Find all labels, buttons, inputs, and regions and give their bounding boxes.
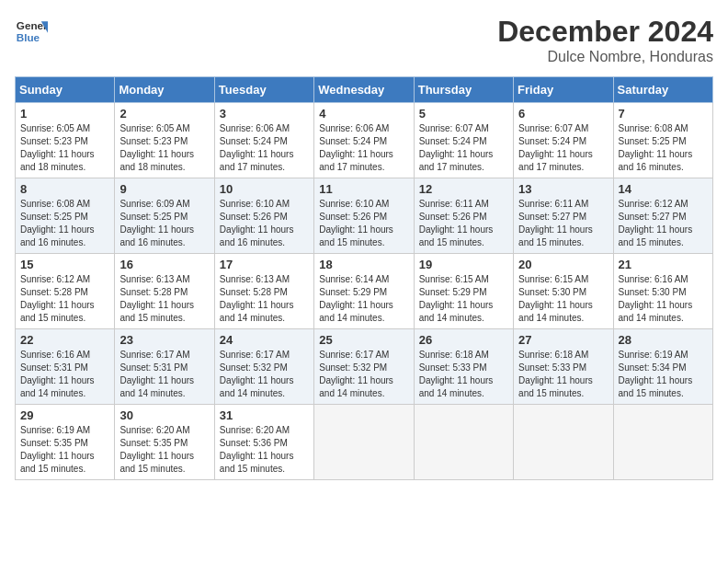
calendar-week-row: 1Sunrise: 6:05 AM Sunset: 5:23 PM Daylig… <box>16 103 713 178</box>
calendar-day-cell: 28Sunrise: 6:19 AM Sunset: 5:34 PM Dayli… <box>613 329 712 405</box>
svg-text:Blue: Blue <box>17 31 40 43</box>
day-number: 25 <box>319 333 408 347</box>
weekday-header-friday: Friday <box>514 77 613 103</box>
day-info: Sunrise: 6:13 AM Sunset: 5:28 PM Dayligh… <box>119 273 209 325</box>
calendar-day-cell: 5Sunrise: 6:07 AM Sunset: 5:24 PM Daylig… <box>414 103 513 178</box>
weekday-header-wednesday: Wednesday <box>314 77 414 103</box>
day-info: Sunrise: 6:12 AM Sunset: 5:27 PM Dayligh… <box>619 198 708 249</box>
weekday-header-sunday: Sunday <box>16 77 115 103</box>
calendar-day-cell: 29Sunrise: 6:19 AM Sunset: 5:35 PM Dayli… <box>16 405 115 480</box>
calendar-week-row: 29Sunrise: 6:19 AM Sunset: 5:35 PM Dayli… <box>16 405 713 480</box>
calendar-day-cell: 26Sunrise: 6:18 AM Sunset: 5:33 PM Dayli… <box>414 329 513 405</box>
calendar-day-cell <box>314 405 414 480</box>
calendar-day-cell: 22Sunrise: 6:16 AM Sunset: 5:31 PM Dayli… <box>16 329 115 405</box>
day-number: 15 <box>20 258 109 271</box>
day-number: 16 <box>119 258 209 271</box>
day-number: 11 <box>319 182 408 196</box>
weekday-header-thursday: Thursday <box>414 77 513 103</box>
day-number: 27 <box>518 333 608 347</box>
weekday-header-saturday: Saturday <box>613 77 712 103</box>
day-number: 29 <box>20 408 109 422</box>
calendar-day-cell: 18Sunrise: 6:14 AM Sunset: 5:29 PM Dayli… <box>314 254 414 329</box>
day-number: 13 <box>518 182 608 196</box>
day-info: Sunrise: 6:15 AM Sunset: 5:30 PM Dayligh… <box>518 273 608 325</box>
calendar-day-cell: 2Sunrise: 6:05 AM Sunset: 5:23 PM Daylig… <box>115 103 214 178</box>
location: Dulce Nombre, Honduras <box>497 49 713 65</box>
day-number: 22 <box>20 333 109 347</box>
calendar-day-cell: 10Sunrise: 6:10 AM Sunset: 5:26 PM Dayli… <box>214 178 313 254</box>
calendar-week-row: 22Sunrise: 6:16 AM Sunset: 5:31 PM Dayli… <box>16 329 713 405</box>
calendar-day-cell: 7Sunrise: 6:08 AM Sunset: 5:25 PM Daylig… <box>613 103 712 178</box>
calendar-day-cell: 21Sunrise: 6:16 AM Sunset: 5:30 PM Dayli… <box>613 254 712 329</box>
day-info: Sunrise: 6:18 AM Sunset: 5:33 PM Dayligh… <box>419 349 508 400</box>
page-header: General Blue December 2024 Dulce Nombre,… <box>15 15 713 65</box>
weekday-header-row: SundayMondayTuesdayWednesdayThursdayFrid… <box>16 77 713 103</box>
day-number: 17 <box>220 258 309 271</box>
calendar-day-cell: 12Sunrise: 6:11 AM Sunset: 5:26 PM Dayli… <box>414 178 513 254</box>
day-number: 8 <box>20 182 109 196</box>
weekday-header-monday: Monday <box>115 77 214 103</box>
day-number: 31 <box>220 408 309 422</box>
calendar-day-cell: 23Sunrise: 6:17 AM Sunset: 5:31 PM Dayli… <box>115 329 214 405</box>
calendar-day-cell: 6Sunrise: 6:07 AM Sunset: 5:24 PM Daylig… <box>514 103 613 178</box>
day-number: 18 <box>319 258 408 271</box>
calendar-day-cell: 11Sunrise: 6:10 AM Sunset: 5:26 PM Dayli… <box>314 178 414 254</box>
day-number: 21 <box>619 258 708 271</box>
day-number: 14 <box>619 182 708 196</box>
calendar-day-cell: 14Sunrise: 6:12 AM Sunset: 5:27 PM Dayli… <box>613 178 712 254</box>
calendar-day-cell: 27Sunrise: 6:18 AM Sunset: 5:33 PM Dayli… <box>514 329 613 405</box>
day-number: 23 <box>119 333 209 347</box>
day-info: Sunrise: 6:19 AM Sunset: 5:34 PM Dayligh… <box>619 349 708 400</box>
day-info: Sunrise: 6:11 AM Sunset: 5:26 PM Dayligh… <box>419 198 508 249</box>
day-info: Sunrise: 6:08 AM Sunset: 5:25 PM Dayligh… <box>619 122 708 174</box>
calendar-day-cell: 9Sunrise: 6:09 AM Sunset: 5:25 PM Daylig… <box>115 178 214 254</box>
day-info: Sunrise: 6:10 AM Sunset: 5:26 PM Dayligh… <box>319 198 408 249</box>
weekday-header-tuesday: Tuesday <box>214 77 313 103</box>
calendar-day-cell: 25Sunrise: 6:17 AM Sunset: 5:32 PM Dayli… <box>314 329 414 405</box>
calendar-day-cell: 15Sunrise: 6:12 AM Sunset: 5:28 PM Dayli… <box>16 254 115 329</box>
calendar-week-row: 8Sunrise: 6:08 AM Sunset: 5:25 PM Daylig… <box>16 178 713 254</box>
calendar-day-cell <box>414 405 513 480</box>
calendar-table: SundayMondayTuesdayWednesdayThursdayFrid… <box>15 76 713 480</box>
day-number: 28 <box>619 333 708 347</box>
day-info: Sunrise: 6:06 AM Sunset: 5:24 PM Dayligh… <box>319 122 408 174</box>
day-number: 9 <box>119 182 209 196</box>
day-info: Sunrise: 6:10 AM Sunset: 5:26 PM Dayligh… <box>220 198 309 249</box>
title-block: December 2024 Dulce Nombre, Honduras <box>497 15 713 65</box>
day-info: Sunrise: 6:12 AM Sunset: 5:28 PM Dayligh… <box>20 273 109 325</box>
day-info: Sunrise: 6:15 AM Sunset: 5:29 PM Dayligh… <box>419 273 508 325</box>
day-number: 20 <box>518 258 608 271</box>
day-number: 2 <box>119 107 209 121</box>
day-number: 24 <box>220 333 309 347</box>
calendar-day-cell: 17Sunrise: 6:13 AM Sunset: 5:28 PM Dayli… <box>214 254 313 329</box>
day-number: 19 <box>419 258 508 271</box>
day-number: 5 <box>419 107 508 121</box>
day-number: 6 <box>518 107 608 121</box>
calendar-day-cell: 3Sunrise: 6:06 AM Sunset: 5:24 PM Daylig… <box>214 103 313 178</box>
calendar-day-cell: 1Sunrise: 6:05 AM Sunset: 5:23 PM Daylig… <box>16 103 115 178</box>
calendar-day-cell: 20Sunrise: 6:15 AM Sunset: 5:30 PM Dayli… <box>514 254 613 329</box>
logo: General Blue <box>15 15 48 48</box>
day-number: 26 <box>419 333 508 347</box>
day-number: 30 <box>119 408 209 422</box>
day-info: Sunrise: 6:06 AM Sunset: 5:24 PM Dayligh… <box>220 122 309 174</box>
day-info: Sunrise: 6:14 AM Sunset: 5:29 PM Dayligh… <box>319 273 408 325</box>
day-info: Sunrise: 6:08 AM Sunset: 5:25 PM Dayligh… <box>20 198 109 249</box>
calendar-day-cell: 31Sunrise: 6:20 AM Sunset: 5:36 PM Dayli… <box>214 405 313 480</box>
day-info: Sunrise: 6:20 AM Sunset: 5:35 PM Dayligh… <box>119 424 209 476</box>
day-info: Sunrise: 6:13 AM Sunset: 5:28 PM Dayligh… <box>220 273 309 325</box>
month-title: December 2024 <box>497 15 713 49</box>
day-info: Sunrise: 6:05 AM Sunset: 5:23 PM Dayligh… <box>20 122 109 174</box>
day-info: Sunrise: 6:19 AM Sunset: 5:35 PM Dayligh… <box>20 424 109 476</box>
day-info: Sunrise: 6:07 AM Sunset: 5:24 PM Dayligh… <box>518 122 608 174</box>
day-info: Sunrise: 6:09 AM Sunset: 5:25 PM Dayligh… <box>119 198 209 249</box>
day-number: 1 <box>20 107 109 121</box>
day-info: Sunrise: 6:20 AM Sunset: 5:36 PM Dayligh… <box>220 424 309 476</box>
general-blue-logo-icon: General Blue <box>15 15 48 48</box>
day-info: Sunrise: 6:17 AM Sunset: 5:32 PM Dayligh… <box>220 349 309 400</box>
day-info: Sunrise: 6:16 AM Sunset: 5:30 PM Dayligh… <box>619 273 708 325</box>
day-number: 10 <box>220 182 309 196</box>
day-info: Sunrise: 6:17 AM Sunset: 5:32 PM Dayligh… <box>319 349 408 400</box>
calendar-day-cell: 19Sunrise: 6:15 AM Sunset: 5:29 PM Dayli… <box>414 254 513 329</box>
day-info: Sunrise: 6:17 AM Sunset: 5:31 PM Dayligh… <box>119 349 209 400</box>
